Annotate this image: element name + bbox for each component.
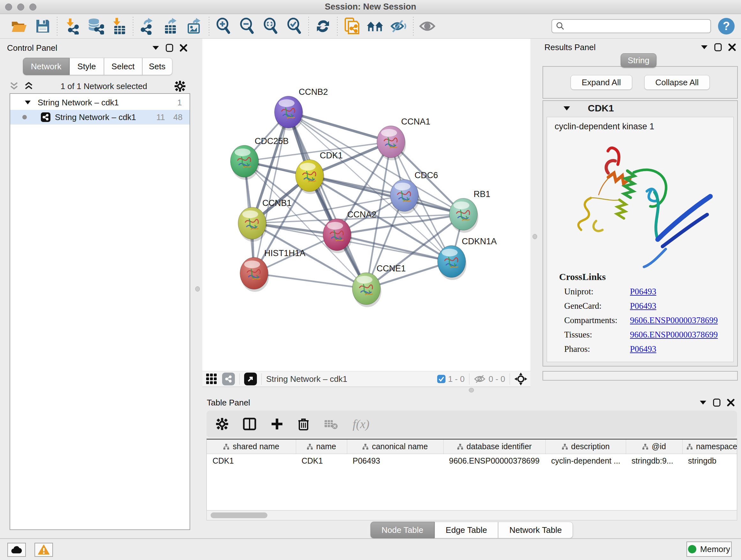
table-row[interactable]: CDK1CDK1P064939606.ENSP00000378699cyclin… [207,454,737,468]
close-window-button[interactable] [5,3,12,10]
network-node-hist1h1a[interactable]: HIST1H1A [240,248,306,292]
show-columns-icon[interactable] [243,418,256,430]
import-network-database-button[interactable] [86,17,104,35]
grid-view-icon[interactable] [205,373,218,385]
import-table-button[interactable] [110,17,128,35]
maximize-window-button[interactable] [29,3,37,10]
help-button[interactable]: ? [718,18,735,35]
table-options-gear-icon[interactable] [216,418,228,430]
delete-column-trash-icon[interactable] [298,418,309,430]
entry-header[interactable]: CDK1 [543,101,737,116]
table-cell[interactable]: 9606.ENSP00000378699 [443,454,545,468]
column-header-id[interactable]: @id [626,440,682,454]
results-scroll-strip[interactable] [542,371,738,381]
string-view-icon[interactable] [222,373,235,385]
search-input[interactable] [567,21,706,31]
table-cell[interactable]: CDK1 [296,454,347,468]
hidden-eye-slash-icon[interactable] [474,374,486,384]
collapse-all-button[interactable]: Collapse All [644,75,710,90]
network-edge[interactable] [337,235,452,261]
minimize-window-button[interactable] [17,3,24,10]
function-builder-icon[interactable]: f(x) [353,417,369,431]
column-header-database-identifier[interactable]: database identifier [443,440,545,454]
network-row[interactable]: String Network – cdk1 11 48 [10,110,190,125]
collapse-all-tree-icon[interactable] [10,82,18,90]
tab-style[interactable]: Style [70,58,104,75]
network-options-gear-icon[interactable] [175,81,185,91]
crosslink-link[interactable]: P06493 [630,287,657,297]
tree-expander-icon[interactable] [25,101,30,105]
float-panel-icon[interactable] [713,398,721,407]
cloud-status-button[interactable] [7,543,26,557]
network-node-ccne1[interactable]: CCNE1 [352,264,406,307]
table-cell[interactable]: P06493 [347,454,443,468]
add-column-icon[interactable] [271,418,283,430]
birds-eye-crosshair-icon[interactable] [515,373,527,385]
show-hidden-button[interactable] [419,17,436,35]
expand-all-button[interactable]: Expand All [570,75,632,90]
column-header-canonical-name[interactable]: canonical name [347,440,443,454]
tab-network[interactable]: Network [23,58,70,75]
open-session-button[interactable] [10,17,28,35]
crosslink-link[interactable]: 9606.ENSP00000378699 [630,330,718,340]
zoom-out-button[interactable] [238,17,256,35]
crosslink-link[interactable]: P06493 [630,301,657,311]
tab-node-table[interactable]: Node Table [370,522,434,538]
tab-network-table[interactable]: Network Table [498,522,573,538]
network-canvas[interactable]: CCNB2CCNA1CDC25BCDK1CDC6RB1CCNB1CCNA2CDK… [202,39,530,371]
close-panel-icon[interactable] [180,44,187,52]
table-cell[interactable]: stringdb [682,454,737,468]
zoom-fit-button[interactable] [262,17,280,35]
detach-view-button[interactable] [244,373,257,385]
export-network-button[interactable] [138,17,156,35]
crosslink-link[interactable]: 9606.ENSP00000378699 [630,315,718,325]
hide-elements-button[interactable] [390,17,408,35]
expand-all-tree-icon[interactable] [24,82,33,90]
vertical-splitter[interactable] [530,39,540,393]
column-header-shared-name[interactable]: shared name [207,440,296,454]
selected-checkbox[interactable] [437,375,446,383]
entry-expander-icon[interactable] [563,106,570,111]
table-horizontal-scrollbar[interactable] [206,510,737,520]
network-graph[interactable]: CCNB2CCNA1CDC25BCDK1CDC6RB1CCNB1CCNA2CDK… [202,39,530,371]
close-panel-icon[interactable] [728,44,736,51]
tab-string[interactable]: String [621,53,657,67]
export-image-button[interactable] [186,17,204,35]
copy-network-button[interactable] [343,17,360,35]
network-overview-button[interactable] [366,17,384,35]
crosslink-link[interactable]: P06493 [630,344,657,354]
panel-menu-chevron-icon[interactable] [699,400,706,405]
network-edge[interactable] [254,273,366,289]
network-node-cdkn1a[interactable]: CDKN1A [437,237,497,280]
float-panel-icon[interactable] [714,43,722,51]
scrollbar-thumb[interactable] [211,512,267,518]
panel-menu-chevron-icon[interactable] [152,46,159,50]
network-collection-row[interactable]: String Network – cdk1 1 [10,95,190,110]
splitter-handle[interactable] [195,287,200,292]
column-header-name[interactable]: name [296,440,347,454]
delete-table-icon[interactable] [324,419,338,429]
tab-sets[interactable]: Sets [142,58,172,75]
vertical-splitter[interactable] [193,39,202,538]
table-cell[interactable]: cyclin-dependent ... [545,454,626,468]
column-header-description[interactable]: description [545,440,626,454]
save-session-button[interactable] [34,17,52,35]
table-cell[interactable]: stringdb:9... [626,454,682,468]
tab-select[interactable]: Select [104,58,142,75]
network-edge[interactable] [288,112,391,142]
splitter-handle[interactable] [533,234,537,239]
zoom-selected-button[interactable] [285,17,303,35]
network-node-rb1[interactable]: RB1 [449,189,490,233]
tab-edge-table[interactable]: Edge Table [434,522,498,538]
column-header-namespace[interactable]: namespace [682,440,737,454]
network-edge[interactable] [288,112,366,289]
close-panel-icon[interactable] [727,399,735,407]
import-network-file-button[interactable] [63,17,80,35]
memory-button[interactable]: Memory [686,542,732,557]
table-cell[interactable]: CDK1 [207,454,296,468]
warnings-button[interactable] [35,543,53,557]
apply-layout-button[interactable] [314,17,332,35]
float-panel-icon[interactable] [165,44,173,52]
horizontal-splitter[interactable] [202,387,530,393]
panel-menu-chevron-icon[interactable] [701,45,708,50]
